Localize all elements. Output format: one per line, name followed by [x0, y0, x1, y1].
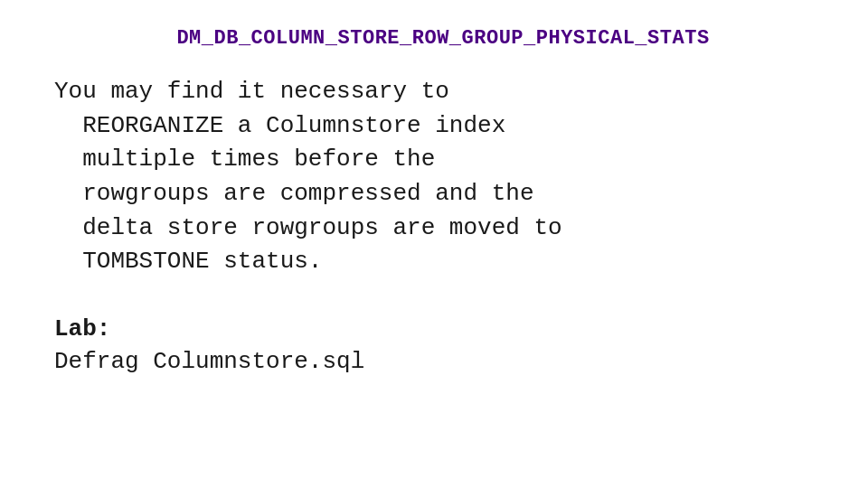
- body-line-5: delta store rowgroups are moved to: [54, 214, 562, 241]
- body-paragraph: You may find it necessary to REORGANIZE …: [54, 75, 832, 279]
- body-line-4: rowgroups are compressed and the: [54, 180, 534, 207]
- page-title: DM_DB_COLUMN_STORE_ROW_GROUP_PHYSICAL_ST…: [176, 27, 709, 50]
- lab-label: Lab:: [54, 315, 832, 343]
- title-section: DM_DB_COLUMN_STORE_ROW_GROUP_PHYSICAL_ST…: [54, 27, 832, 50]
- body-line-1: You may find it necessary to: [54, 78, 449, 105]
- body-line-2: REORGANIZE a Columnstore index: [54, 112, 505, 139]
- body-line-6: TOMBSTONE status.: [54, 248, 322, 275]
- page-container: DM_DB_COLUMN_STORE_ROW_GROUP_PHYSICAL_ST…: [0, 0, 868, 488]
- lab-section: Lab: Defrag Columnstore.sql: [54, 315, 832, 375]
- body-line-3: multiple times before the: [54, 145, 435, 173]
- lab-file: Defrag Columnstore.sql: [54, 348, 832, 375]
